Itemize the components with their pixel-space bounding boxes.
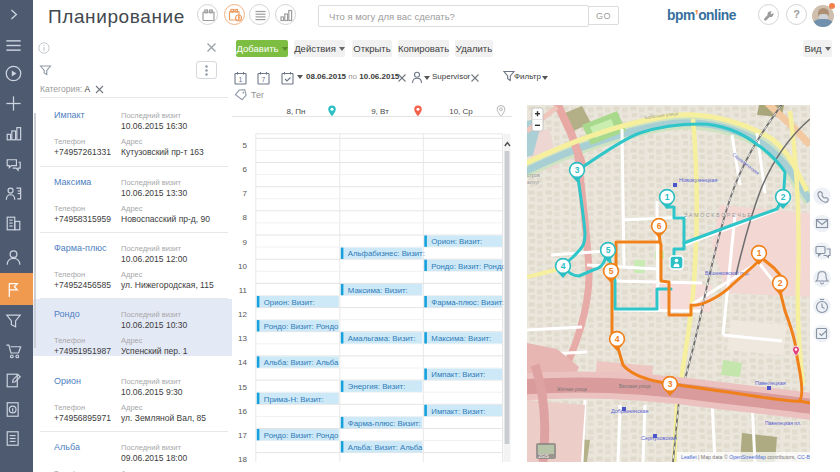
svg-text:7: 7	[243, 189, 248, 198]
svg-text:Добрынинская: Добрынинская	[611, 408, 648, 414]
svg-text:Фарма-плюс: Визит:: Фарма-плюс: Визит:	[431, 298, 504, 307]
svg-text:Рондо: Визит: Рондо: Рондо: Визит: Рондо	[264, 431, 339, 440]
svg-text:Орион: Визит:: Орион: Визит:	[264, 298, 315, 307]
svg-text:12: 12	[238, 310, 247, 319]
svg-text:Амальгама: Визит:: Амальгама: Визит:	[348, 334, 416, 343]
svg-text:Leaflet | Map data © OpenStree: Leaflet | Map data © OpenStreetMap contr…	[681, 454, 810, 460]
svg-text:15: 15	[238, 383, 247, 392]
svg-text:Фарма-плюс: Визит:: Фарма-плюс: Визит:	[348, 419, 421, 428]
svg-text:9: 9	[243, 238, 248, 247]
svg-text:Альба: Визит: Альба: Альба: Визит: Альба	[264, 358, 339, 367]
svg-text:Павелецкая пл.: Павелецкая пл.	[765, 420, 801, 426]
svg-text:Энергия: Визит:: Энергия: Визит:	[348, 382, 406, 391]
svg-text:2GIS: 2GIS	[539, 454, 549, 459]
svg-text:4: 4	[561, 261, 566, 271]
svg-text:Альфабизнес: Визит:: Альфабизнес: Визит:	[348, 249, 425, 258]
svg-text:стров: стров	[527, 172, 540, 178]
svg-text:16: 16	[238, 407, 247, 416]
svg-text:1: 1	[757, 248, 762, 258]
svg-text:Житная улица: Житная улица	[557, 387, 587, 392]
svg-text:13: 13	[238, 334, 247, 343]
svg-text:алчуг: алчуг	[527, 179, 540, 185]
svg-text:Импакт: Визит:: Импакт: Визит:	[431, 407, 485, 416]
svg-text:18: 18	[238, 455, 247, 462]
svg-text:14: 14	[238, 358, 247, 367]
svg-text:5: 5	[243, 141, 248, 150]
svg-text:Рондо: Визит: Рондо: Рондо: Визит: Рондо	[431, 262, 506, 271]
svg-text:Серпуховская: Серпуховская	[641, 435, 677, 441]
svg-text:Импакт: Визит:: Импакт: Визит:	[431, 370, 485, 379]
svg-text:Максима: Визит:: Максима: Визит:	[431, 334, 491, 343]
svg-text:Рондо: Визит: Рондо: Рондо: Визит: Рондо	[264, 322, 339, 331]
svg-text:Валовая улица: Валовая улица	[619, 384, 651, 389]
svg-text:10, Ср: 10, Ср	[449, 107, 473, 116]
svg-text:1: 1	[665, 192, 670, 202]
svg-text:Новокузнецкая: Новокузнецкая	[679, 177, 718, 183]
svg-text:Максима: Визит:: Максима: Визит:	[348, 286, 408, 295]
svg-text:11: 11	[239, 286, 248, 295]
svg-text:Прима-Н: Визит:: Прима-Н: Визит:	[264, 395, 324, 404]
svg-text:2: 2	[781, 192, 786, 202]
svg-text:7: 7	[262, 76, 266, 83]
svg-text:5: 5	[609, 266, 614, 276]
svg-text:9, Вт: 9, Вт	[371, 107, 389, 116]
svg-text:Орион: Визит:: Орион: Визит:	[431, 237, 482, 246]
svg-text:6: 6	[657, 221, 662, 231]
svg-text:10: 10	[238, 262, 247, 271]
svg-text:6: 6	[243, 165, 248, 174]
svg-text:1: 1	[239, 76, 243, 83]
svg-text:5: 5	[606, 245, 611, 255]
svg-text:8, Пн: 8, Пн	[286, 107, 305, 116]
svg-text:4: 4	[615, 334, 620, 344]
svg-text:8: 8	[243, 213, 248, 222]
svg-text:3: 3	[668, 379, 673, 389]
svg-text:17: 17	[238, 431, 247, 440]
svg-text:3: 3	[575, 165, 580, 175]
svg-text:ЗАМОСКВОРЕЧЬЕ: ЗАМОСКВОРЕЧЬЕ	[684, 212, 753, 218]
svg-text:Альба: Визит: Альба: Альба: Визит: Альба	[348, 443, 423, 452]
svg-text:2: 2	[778, 278, 783, 288]
svg-text:Павелецкая: Павелецкая	[755, 380, 786, 386]
